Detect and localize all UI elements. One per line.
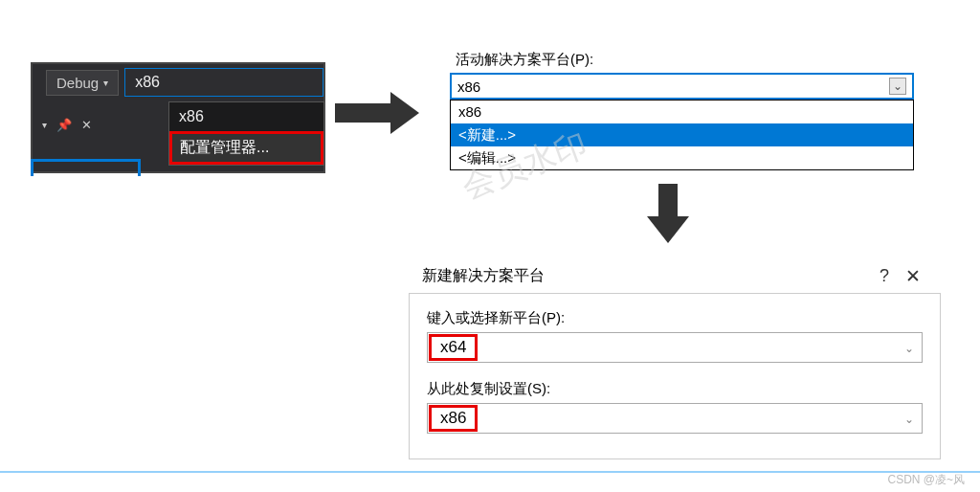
chevron-down-icon: ⌄ [889,78,906,95]
config-label: Debug [56,75,99,91]
active-platform-panel: 活动解决方案平台(P): x86 ⌄ x86 <新建...> <编辑...> [450,51,914,170]
close-button[interactable]: ✕ [899,265,927,287]
active-platform-value: x86 [457,78,480,95]
copy-settings-field-label: 从此处复制设置(S): [427,380,923,398]
chevron-down-icon: ⌄ [904,342,914,355]
platform-dropdown[interactable]: x86 [124,68,323,97]
platform-option-config-manager[interactable]: 配置管理器... [169,131,323,165]
close-icon[interactable]: ✕ [81,118,92,132]
dialog-title: 新建解决方案平台 [422,266,870,286]
dialog-titlebar: 新建解决方案平台 ? ✕ [409,258,941,293]
chevron-down-icon: ▾ [103,78,108,88]
new-platform-field-label: 键入或选择新平台(P): [427,309,923,327]
copy-settings-value: x86 [429,405,478,432]
platform-list-item-x86[interactable]: x86 [451,101,913,123]
pin-icon[interactable]: 📌 [56,118,72,132]
platform-list-item-edit[interactable]: <编辑...> [451,146,913,169]
platform-list-item-new[interactable]: <新建...> [451,123,913,146]
help-button[interactable]: ? [870,266,899,286]
active-platform-list: x86 <新建...> <编辑...> [450,100,914,170]
chevron-down-icon[interactable]: ▾ [42,120,47,130]
platform-selected-label: x86 [135,74,160,90]
selection-outline [31,159,141,176]
divider [0,471,980,473]
vs-toolbar-panel: Debug ▾ x86 ▾ 📌 ✕ x86 配置管理器... [31,62,325,173]
active-platform-select[interactable]: x86 ⌄ [450,73,914,100]
platform-dropdown-list: x86 配置管理器... [168,101,324,166]
active-platform-label: 活动解决方案平台(P): [456,51,914,69]
arrow-down-icon [647,184,689,243]
credit-text: CSDN @凌~风 [887,472,965,488]
dialog-body: 键入或选择新平台(P): x64 ⌄ 从此处复制设置(S): x86 ⌄ [409,293,941,459]
new-platform-value: x64 [429,334,478,361]
chevron-down-icon: ⌄ [904,413,914,426]
copy-settings-combo[interactable]: x86 ⌄ [427,403,923,434]
config-dropdown[interactable]: Debug ▾ [46,70,119,96]
new-platform-combo[interactable]: x64 ⌄ [427,332,923,363]
new-platform-dialog: 新建解决方案平台 ? ✕ 键入或选择新平台(P): x64 ⌄ 从此处复制设置(… [409,258,941,459]
vs-toolbar-row: Debug ▾ x86 [33,64,323,101]
platform-option-x86[interactable]: x86 [169,102,323,131]
arrow-right-icon [335,92,421,134]
